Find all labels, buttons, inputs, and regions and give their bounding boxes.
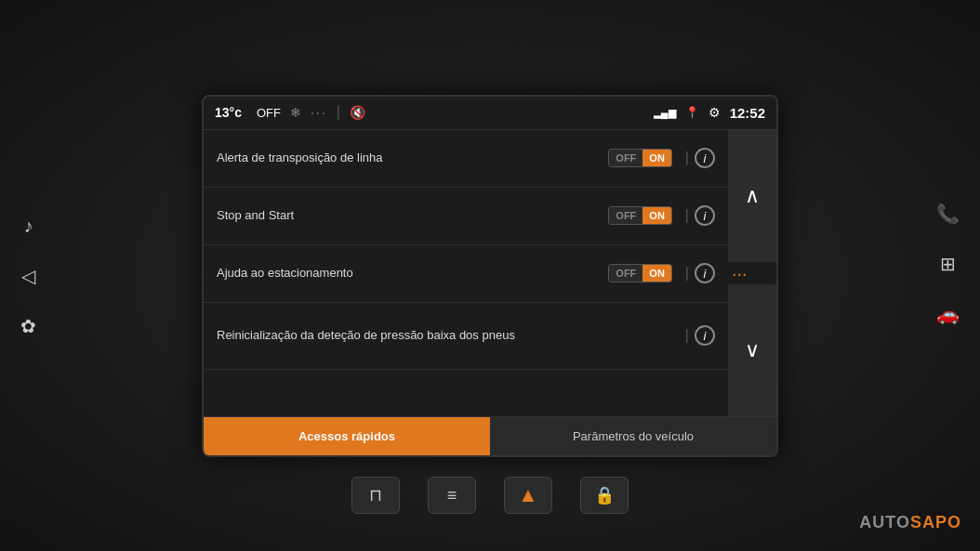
- seat-heat-button[interactable]: ≡: [428, 477, 476, 514]
- seat-heat-icon: ≡: [447, 486, 457, 505]
- parking-aid-off[interactable]: OFF: [609, 265, 642, 282]
- phone-icon[interactable]: 📞: [936, 202, 960, 224]
- setting-parking-aid: Ajuda ao estacionamento OFF ON | i: [204, 245, 728, 303]
- watermark-prefix: AUTO: [859, 513, 910, 531]
- watermark: AUTOSAPO: [859, 513, 961, 532]
- ac-status: OFF: [257, 106, 281, 120]
- infotainment-screen: 13°c OFF ❄ ··· | 🔇 ▂▄▆ 📍 ⚙ 12:52 Alerta …: [202, 95, 778, 457]
- rear-defrost-button[interactable]: ⊓: [351, 477, 400, 514]
- parking-aid-on[interactable]: ON: [642, 265, 671, 282]
- lane-alert-on[interactable]: ON: [642, 150, 671, 166]
- status-dots: ···: [311, 105, 327, 120]
- lock-button[interactable]: 🔒: [580, 477, 629, 514]
- lane-alert-info[interactable]: i: [695, 148, 715, 168]
- grid-icon[interactable]: ⊞: [940, 252, 956, 274]
- tire-pressure-info[interactable]: i: [695, 325, 715, 346]
- status-divider: |: [337, 104, 340, 121]
- rear-defrost-icon: ⊓: [369, 485, 382, 505]
- hazard-icon: ▲: [518, 483, 538, 507]
- lane-alert-toggle[interactable]: OFF ON: [608, 149, 672, 167]
- tire-pressure-label: Reinicialização da deteção de pressão ba…: [217, 328, 680, 344]
- tire-pressure-divider: |: [685, 327, 689, 344]
- hazard-button[interactable]: ▲: [504, 477, 552, 514]
- car-icon[interactable]: 🚗: [936, 302, 960, 324]
- parking-aid-divider: |: [685, 265, 689, 282]
- lock-icon: 🔒: [594, 485, 615, 505]
- stop-start-off[interactable]: OFF: [609, 207, 642, 224]
- lane-alert-divider: |: [685, 150, 689, 166]
- tab-quick-access[interactable]: Acessos rápidos: [204, 417, 490, 455]
- music-icon[interactable]: ♪: [24, 215, 33, 236]
- lane-alert-off[interactable]: OFF: [609, 150, 642, 166]
- physical-controls: ⊓ ≡ ▲ 🔒: [202, 458, 778, 532]
- stop-start-toggle[interactable]: OFF ON: [608, 206, 672, 225]
- parking-aid-label: Ajuda ao estacionamento: [217, 266, 608, 282]
- scroll-position-dots: ···: [728, 263, 748, 284]
- bottom-tabs: Acessos rápidos Parâmetros do veículo: [204, 416, 776, 455]
- lane-alert-label: Alerta de transposição de linha: [217, 151, 608, 166]
- scroll-down-button[interactable]: ∨: [728, 284, 776, 416]
- right-side-buttons: 📞 ⊞ 🚗: [936, 202, 960, 324]
- parking-aid-info[interactable]: i: [695, 263, 715, 283]
- parking-aid-toggle[interactable]: OFF ON: [608, 264, 672, 282]
- main-content: Alerta de transposição de linha OFF ON |…: [204, 130, 776, 416]
- scroll-controls: ∧ ··· ∨: [728, 130, 776, 416]
- signal-strength: ▂▄▆: [654, 107, 676, 119]
- setting-lane-alert: Alerta de transposição de linha OFF ON |…: [204, 130, 728, 188]
- status-bar: 13°c OFF ❄ ··· | 🔇 ▂▄▆ 📍 ⚙ 12:52: [204, 97, 776, 130]
- nav-icon[interactable]: ◁: [21, 264, 35, 286]
- setting-tire-pressure: Reinicialização da deteção de pressão ba…: [204, 303, 728, 370]
- stop-start-divider: |: [685, 207, 689, 224]
- chevron-up-icon: ∧: [745, 184, 760, 208]
- tab-vehicle-params[interactable]: Parâmetros do veículo: [490, 417, 776, 455]
- ac-fan-icon: ❄: [290, 105, 301, 120]
- fan-icon-left[interactable]: ✿: [20, 314, 36, 336]
- location-icon: 📍: [685, 106, 699, 119]
- temperature-display: 13°c: [215, 105, 242, 120]
- chevron-down-icon: ∨: [745, 338, 760, 362]
- scroll-up-button[interactable]: ∧: [728, 130, 776, 263]
- stop-start-info[interactable]: i: [695, 205, 715, 226]
- left-side-buttons: ♪ ◁ ✿: [20, 215, 36, 336]
- stop-start-label: Stop and Start: [217, 208, 608, 224]
- car-frame: ♪ ◁ ✿ 📞 ⊞ 🚗 13°c OFF ❄ ··· | 🔇 ▂▄▆ 📍 ⚙ 1…: [0, 0, 980, 551]
- clock-display: 12:52: [730, 105, 765, 121]
- mute-icon: 🔇: [350, 105, 365, 120]
- stop-start-on[interactable]: ON: [642, 207, 671, 224]
- settings-list: Alerta de transposição de linha OFF ON |…: [204, 130, 728, 416]
- watermark-suffix: SAPO: [910, 513, 961, 531]
- settings-icon: ⚙: [709, 105, 721, 120]
- setting-stop-start: Stop and Start OFF ON | i: [204, 188, 728, 245]
